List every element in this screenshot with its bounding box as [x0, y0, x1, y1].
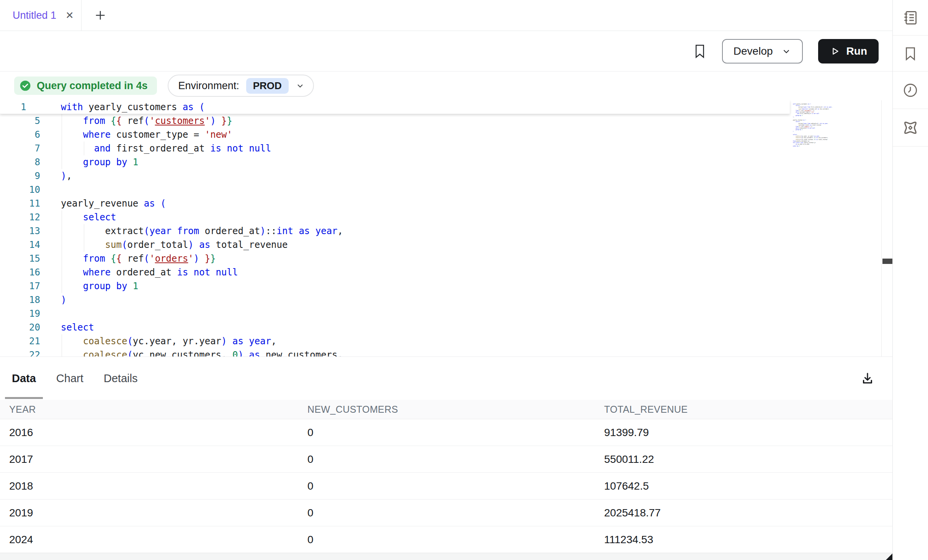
line-number: 7: [0, 142, 40, 155]
table-cell: 2016: [0, 427, 298, 439]
table-row: 201902025418.77: [0, 500, 892, 526]
toolbar: Develop Run: [0, 31, 892, 72]
column-header: NEW_CUSTOMERS: [298, 404, 595, 415]
line-number: 22: [0, 348, 40, 357]
resize-handle[interactable]: [886, 553, 892, 560]
line-number: 15: [0, 252, 40, 265]
code-lines: 5 from {{ ref('customers') }}6 where cus…: [0, 114, 343, 357]
bookmark-icon: [693, 43, 707, 59]
table-header: YEARNEW_CUSTOMERSTOTAL_REVENUE: [0, 400, 892, 419]
ref-link[interactable]: orders: [155, 253, 188, 264]
table-cell: 2017: [0, 453, 298, 466]
tab-bar: Untitled 1 ✕: [0, 0, 892, 31]
code-line: 1with yearly_customers as (: [0, 100, 205, 114]
right-sidebar: [892, 0, 928, 560]
tab-label: Untitled 1: [13, 10, 56, 21]
query-status-text: Query completed in 4s: [37, 80, 148, 92]
history-icon: [902, 82, 918, 98]
environment-value-pill: PROD: [246, 78, 289, 94]
app-logo-icon: [902, 119, 919, 137]
check-circle-icon: [19, 80, 31, 92]
ref-link[interactable]: customers: [805, 110, 811, 111]
table-cell: 0: [298, 480, 595, 492]
new-tab-button[interactable]: [94, 9, 107, 22]
tab-data[interactable]: Data: [5, 357, 43, 400]
table-cell: 2024: [0, 534, 298, 546]
close-icon[interactable]: ✕: [65, 10, 74, 20]
ref-link[interactable]: customers: [155, 116, 205, 126]
results-panel: Data Chart Details YEARNEW_CUSTOMERSTOTA…: [0, 357, 892, 560]
status-row: Query completed in 4s Environment: PROD: [0, 72, 892, 100]
run-label: Run: [846, 45, 867, 57]
code-line: 18): [0, 293, 343, 307]
line-number: 12: [0, 210, 40, 224]
query-status-badge: Query completed in 4s: [14, 77, 157, 95]
minimap[interactable]: with yearly_customers as ( select extrac…: [793, 103, 879, 155]
sidebar-item-history[interactable]: [893, 72, 928, 109]
scrollbar-thumb[interactable]: [882, 259, 892, 264]
table-cell: 2019: [0, 507, 298, 519]
horizontal-scrollbar[interactable]: [0, 553, 892, 560]
code-line: 5 from {{ ref('customers') }}: [0, 114, 343, 128]
table-row: 20180107642.5: [0, 473, 892, 500]
sticky-line: 1with yearly_customers as (: [0, 100, 790, 114]
table-cell: 0: [298, 534, 595, 546]
sidebar-item-app-logo[interactable]: [893, 109, 928, 147]
notebook-icon: [902, 9, 919, 26]
tab-chart[interactable]: Chart: [49, 357, 90, 400]
column-header: TOTAL_REVENUE: [595, 404, 892, 415]
table-cell: 0: [298, 453, 595, 466]
table-cell: 91399.79: [595, 427, 892, 439]
line-number: 14: [0, 238, 40, 252]
table-row: 20170550011.22: [0, 446, 892, 473]
tab-details[interactable]: Details: [97, 357, 145, 400]
chevron-down-icon: [781, 46, 791, 56]
code-line: 21 coalesce(yc.year, yr.year) as year,: [0, 334, 343, 348]
code-line: 8 group by 1: [0, 155, 343, 169]
download-button[interactable]: [860, 371, 875, 386]
table-cell: 2025418.77: [595, 507, 892, 519]
table-cell: 111234.53: [595, 534, 892, 546]
run-button[interactable]: Run: [818, 39, 879, 63]
table-cell: 550011.22: [595, 453, 892, 466]
line-number: 19: [0, 307, 40, 321]
editor-scrollbar[interactable]: [881, 100, 892, 357]
code-line: 10: [0, 183, 343, 197]
table-cell: 2018: [0, 480, 298, 492]
bookmark-button[interactable]: [693, 43, 707, 59]
code-line: 9),: [0, 169, 343, 183]
code-line: 22 coalesce(yc.new_customers, 0) as new_…: [0, 348, 343, 357]
line-number: 10: [0, 183, 40, 197]
download-icon: [860, 371, 875, 386]
environment-label: Environment:: [178, 80, 239, 92]
plus-icon: [94, 9, 107, 22]
line-number: 21: [0, 334, 40, 348]
results-tab-bar: Data Chart Details: [0, 357, 892, 400]
line-number: 6: [0, 128, 40, 142]
code-line: 16 where ordered_at is not null: [0, 265, 343, 279]
line-number: 18: [0, 293, 40, 307]
line-number: 1: [0, 100, 40, 114]
code-line: 11yearly_revenue as (: [0, 197, 343, 210]
table-cell: 0: [298, 427, 595, 439]
code-editor[interactable]: 5 from {{ ref('customers') }}6 where cus…: [0, 100, 892, 357]
line-number: 8: [0, 155, 40, 169]
bookmark-icon: [902, 46, 918, 62]
code-line: 15 from {{ ref('orders') }}: [0, 252, 343, 265]
table-row: 20240111234.53: [0, 526, 892, 553]
sidebar-item-notebook[interactable]: [893, 0, 928, 36]
environment-selector[interactable]: Environment: PROD: [168, 75, 314, 97]
code-line: 19: [0, 307, 343, 321]
sidebar-item-bookmarks[interactable]: [893, 36, 928, 72]
develop-dropdown[interactable]: Develop: [722, 39, 803, 63]
column-header: YEAR: [0, 404, 298, 415]
table-row: 2016091399.79: [0, 419, 892, 446]
code-line: 17 group by 1: [0, 279, 343, 293]
table-cell: 107642.5: [595, 480, 892, 492]
line-number: 5: [0, 114, 40, 128]
line-number: 13: [0, 224, 40, 238]
tab-untitled[interactable]: Untitled 1 ✕: [0, 0, 82, 31]
ref-link[interactable]: orders: [805, 126, 809, 127]
line-number: 11: [0, 197, 40, 210]
chevron-down-icon: [296, 81, 305, 90]
